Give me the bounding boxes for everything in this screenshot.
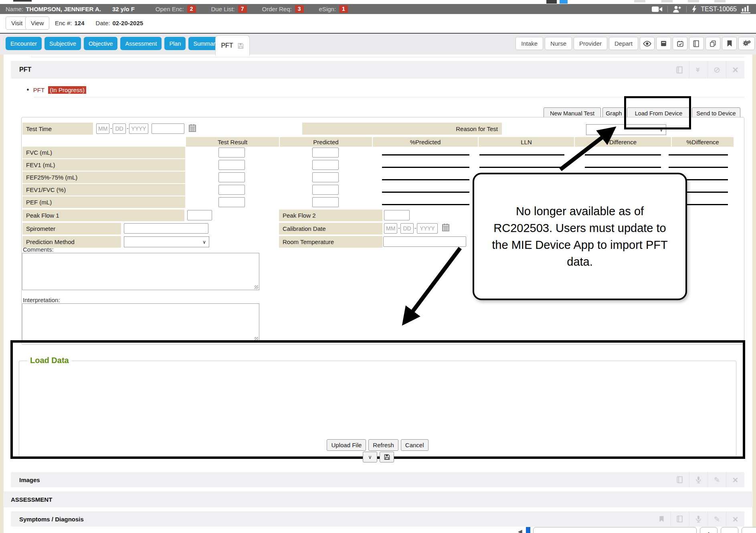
dictate-icon-button[interactable] — [689, 472, 707, 487]
stat-open-enc[interactable]: Open Enc: 2 — [156, 5, 196, 13]
edit-icon-button[interactable]: ✎ — [707, 472, 726, 487]
back-arrow-icon[interactable]: ◀ — [518, 528, 522, 533]
open-enc-badge[interactable]: 2 — [187, 5, 196, 13]
esign-badge[interactable]: 1 — [339, 5, 348, 13]
tab-summary-label: Summary — [193, 40, 218, 47]
close-icon: × — [732, 514, 739, 524]
send-to-device-label: Send to Device — [696, 110, 736, 117]
browser-sliver — [714, 0, 726, 2]
bookmark-button[interactable] — [722, 37, 737, 50]
close-icon-button[interactable]: × — [726, 472, 744, 487]
calendar-picker-icon[interactable] — [188, 123, 196, 132]
preview-eye-button[interactable] — [640, 37, 655, 50]
test-time-day-input[interactable] — [113, 123, 126, 134]
close-icon-button[interactable]: × — [726, 61, 744, 79]
collapse-diagnosis-button[interactable]: ∨ — [721, 527, 738, 533]
tab-pft-active[interactable]: PFT — [215, 35, 250, 56]
peak-flow-1-input[interactable] — [187, 210, 212, 220]
save-icon[interactable] — [237, 42, 244, 49]
fev1-fvc-test-result-input[interactable] — [218, 185, 245, 195]
visit-button[interactable]: Visit — [6, 16, 28, 30]
edit-icon-button[interactable]: ✎ — [707, 511, 726, 527]
journal-button[interactable] — [689, 37, 704, 50]
gears-icon — [742, 40, 751, 47]
collapse-icon-button[interactable]: » — [689, 61, 707, 79]
fev1-fvc-label-text: FEV1/FVC (%) — [26, 186, 66, 193]
intake-label: Intake — [521, 40, 538, 47]
fvc-test-result-input[interactable] — [218, 147, 245, 157]
tab-subjective[interactable]: Subjective — [44, 37, 81, 50]
pef-test-result-input[interactable] — [218, 197, 245, 207]
fev1-predicted-input[interactable] — [312, 160, 339, 170]
fev1-fvc-predicted-input[interactable] — [312, 185, 339, 195]
stat-esign[interactable]: eSign: 1 — [319, 5, 348, 13]
nurse-button[interactable]: Nurse — [545, 37, 572, 50]
chevron-down-icon: ∨ — [368, 454, 372, 460]
stat-order-req[interactable]: Order Req: 3 — [262, 5, 304, 13]
test-time-year-input[interactable] — [129, 123, 148, 134]
comments-textarea[interactable] — [22, 253, 259, 290]
settings-button[interactable] — [738, 37, 755, 50]
journal-icon-button[interactable] — [671, 472, 689, 487]
close-icon: × — [732, 475, 739, 485]
copy-encounter-button[interactable] — [705, 37, 720, 50]
expand-diagnosis-button[interactable]: ∧ — [742, 527, 756, 533]
row-label-fef: FEF25%-75% (mL) — [22, 172, 185, 183]
resize-handle[interactable] — [255, 285, 258, 289]
fvc-pct-difference-field — [669, 154, 728, 155]
room-temperature-input[interactable] — [383, 236, 466, 247]
spirometer-input[interactable] — [124, 223, 208, 234]
tab-plan[interactable]: Plan — [164, 37, 186, 50]
peak-flow-2-label-text: Peak Flow 2 — [283, 212, 316, 219]
add-diagnosis-button[interactable]: + — [700, 527, 718, 533]
lightning-bolt-icon[interactable] — [691, 5, 697, 13]
depart-button[interactable]: Depart — [609, 37, 638, 50]
peak-flow-1-label-text: Peak Flow 1 — [26, 212, 59, 219]
tab-encounter[interactable]: Encounter — [6, 37, 42, 50]
close-icon-button[interactable]: × — [726, 511, 744, 527]
calibration-year-input[interactable] — [417, 223, 438, 234]
calibration-date-label-text: Calibration Date — [283, 225, 326, 232]
diagnosis-search-box[interactable] — [533, 527, 697, 533]
bookmark-icon-button[interactable] — [652, 511, 671, 527]
provider-button[interactable]: Provider — [574, 37, 607, 50]
interpretation-textarea[interactable] — [22, 303, 259, 342]
order-req-label: Order Req: — [262, 6, 292, 12]
video-camera-icon[interactable] — [652, 6, 663, 12]
stat-due-list[interactable]: Due List: 7 — [211, 5, 247, 13]
peak-flow-2-input[interactable] — [384, 210, 410, 220]
calibration-day-input[interactable] — [400, 223, 414, 234]
fev1-test-result-input[interactable] — [218, 160, 245, 170]
lln-header-text: LLN — [521, 139, 532, 145]
prediction-method-select[interactable]: ∨ — [124, 236, 209, 247]
disable-icon-button[interactable]: ⊘ — [707, 61, 726, 79]
archive-button[interactable] — [656, 37, 671, 50]
pef-predicted-input[interactable] — [312, 197, 339, 207]
fvc-predicted-input[interactable] — [312, 147, 339, 157]
fev1-pct-predicted-field — [382, 167, 469, 168]
tab-objective[interactable]: Objective — [84, 37, 117, 50]
intake-button[interactable]: Intake — [515, 37, 543, 50]
test-time-time-input[interactable] — [152, 123, 184, 134]
chart-icon[interactable] — [741, 5, 750, 13]
calibration-month-input[interactable] — [384, 223, 397, 234]
fef-predicted-input[interactable] — [312, 172, 339, 182]
calendar-button[interactable] — [673, 37, 687, 50]
test-time-label: Test Time — [22, 123, 93, 135]
dictate-icon-button[interactable] — [689, 511, 707, 527]
view-button[interactable]: View — [25, 16, 49, 30]
pft-document-link[interactable]: PFT — [33, 87, 44, 93]
due-list-badge[interactable]: 7 — [238, 5, 247, 13]
add-person-icon[interactable] — [673, 5, 681, 13]
order-req-badge[interactable]: 3 — [295, 5, 304, 13]
save-section-button[interactable] — [380, 452, 394, 462]
calendar-picker-icon[interactable] — [442, 223, 450, 232]
tab-subjective-label: Subjective — [49, 40, 76, 47]
journal-icon-button[interactable] — [671, 511, 689, 527]
expand-section-button[interactable]: ∨ — [363, 452, 377, 462]
tab-assessment[interactable]: Assessment — [120, 37, 162, 50]
fef-test-result-input[interactable] — [218, 172, 245, 182]
test-time-month-input[interactable] — [96, 123, 109, 134]
journal-icon-button[interactable] — [671, 61, 689, 79]
chevron-down-icon: ∨ — [202, 239, 206, 245]
